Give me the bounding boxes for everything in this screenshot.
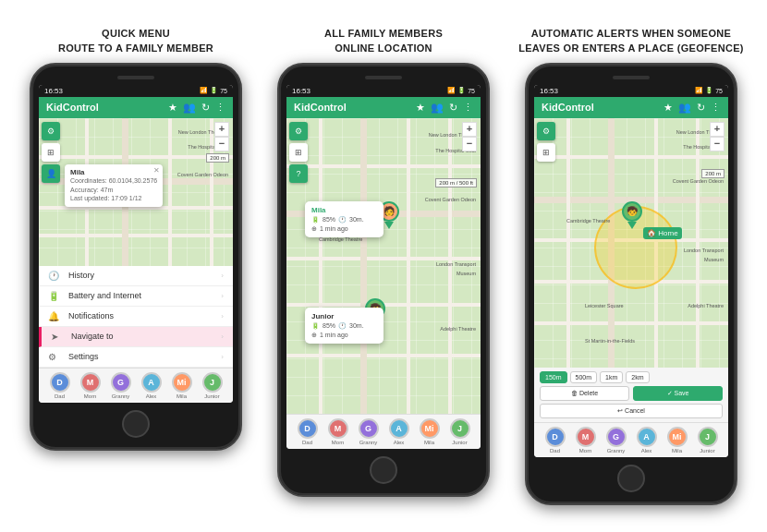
junior-family-popup: Junior 🔋 85% 🕐 30m. ⊕ 1 min ago	[305, 308, 384, 344]
avatar-dad-2[interactable]: D Dad	[298, 418, 318, 445]
navigate-icon: ➤	[51, 332, 64, 342]
avatar-alex-2[interactable]: A Alex	[389, 418, 409, 445]
phone-section-1: QUICK MENU ROUTE TO A FAMILY MEMBER 16:5…	[16, 27, 256, 451]
tool-person-2[interactable]: ?	[289, 164, 308, 183]
zoom-in-3[interactable]: +	[710, 122, 724, 137]
status-bar-3: 16:53 📶 🔋 75	[534, 85, 728, 97]
dist-150m[interactable]: 150m	[540, 371, 567, 383]
map-scale-3: 200 m	[701, 169, 724, 178]
menu-item-navigate[interactable]: ➤ Navigate to ›	[39, 327, 233, 347]
map-sidebar-1: ⚙ ⊞ 👤	[42, 122, 60, 183]
map-area-2: New London Theatre The Hospital Club Cov…	[286, 118, 481, 414]
popup-close[interactable]: ✕	[153, 166, 160, 175]
menu-item-settings[interactable]: ⚙ Settings ›	[39, 347, 233, 368]
person-icon-3: 👥	[678, 102, 691, 114]
zoom-out[interactable]: −	[214, 137, 229, 151]
phone-2-screen: 16:53 📶 🔋 75 KidControl ★ 👥 ↻ ⋮	[286, 85, 481, 449]
caption-2: ALL FAMILY MEMBERS ONLINE LOCATION	[324, 27, 443, 55]
phone-2-speaker	[365, 76, 402, 79]
app-header-1: KidControl ★ 👥 ↻ ⋮	[39, 97, 233, 118]
phone-bottom-2	[286, 456, 481, 484]
geo-delete-button[interactable]: 🗑 Delete	[540, 386, 629, 401]
tool-layers-2[interactable]: ⊞	[289, 143, 308, 162]
phone-bottom-3	[534, 465, 728, 492]
road-v4	[210, 118, 213, 266]
star-icon-3: ★	[664, 102, 673, 114]
avatar-mom-2[interactable]: M Mom	[328, 418, 348, 445]
dad-avatar: D	[50, 372, 70, 393]
status-bar-2: 16:53 📶 🔋 75	[286, 85, 481, 97]
map-zoom-3: + −	[710, 122, 724, 151]
zoom-in[interactable]: +	[214, 122, 229, 137]
menu-item-history[interactable]: 🕐 History ›	[39, 266, 233, 286]
arrow-icon-2: ›	[221, 292, 224, 300]
tool-layers-3[interactable]: ⊞	[537, 143, 555, 162]
check-icon: ✓	[667, 390, 673, 397]
phone-2-speaker-area	[286, 76, 481, 79]
mila-popup: ✕ Mila Coordinates: 60.0104,30.2576 Accu…	[65, 164, 163, 207]
avatar-junior[interactable]: J Junior	[202, 372, 223, 399]
phone-1: 16:53 📶 🔋 75 KidControl ★ 👥 ↻ ⋮	[30, 63, 242, 451]
person-pin-3: 🧒	[622, 201, 642, 229]
junior-avatar: J	[202, 372, 223, 393]
road-h4	[39, 234, 233, 237]
mom-avatar: M	[80, 372, 101, 393]
home-icon: 🏠	[647, 229, 658, 237]
road-h1	[39, 155, 233, 159]
map-zoom-1: + −	[214, 122, 229, 151]
avatar-granny-2[interactable]: G Granny	[359, 418, 379, 445]
dist-2km[interactable]: 2km	[626, 371, 649, 383]
home-button-2[interactable]	[370, 456, 397, 484]
status-icons-1: 📶 🔋 75	[200, 87, 227, 94]
app-title-3: KidControl	[542, 102, 594, 113]
phone-3-speaker-area	[534, 76, 728, 79]
zoom-out-3[interactable]: −	[710, 137, 724, 151]
dist-1km[interactable]: 1km	[600, 371, 623, 383]
refresh-icon-2: ↻	[449, 102, 457, 114]
avatar-alex[interactable]: A Alex	[141, 372, 162, 399]
map-scale-2: 200 m / 500 ft	[435, 178, 477, 187]
person-icon: 👥	[183, 102, 196, 114]
menu-item-notifications[interactable]: 🔔 Notifications ›	[39, 307, 233, 327]
tool-gear-2[interactable]: ⚙	[289, 122, 308, 140]
avatar-junior-2[interactable]: J Junior	[450, 418, 470, 445]
map-area-3: New London Theatre The Hospital Club Cov…	[534, 118, 728, 368]
avatar-dad-3[interactable]: D Dad	[545, 427, 566, 453]
arrow-icon-3: ›	[221, 312, 224, 320]
tool-gear-3[interactable]: ⚙	[537, 122, 555, 140]
avatar-granny-3[interactable]: G Granny	[606, 427, 627, 453]
avatar-granny[interactable]: G Granny	[111, 372, 131, 399]
menu-item-battery[interactable]: 🔋 Battery and Internet ›	[39, 286, 233, 307]
geo-cancel-button[interactable]: ↩ Cancel	[540, 404, 723, 418]
dist-500m[interactable]: 500m	[570, 371, 598, 383]
home-button-1[interactable]	[122, 410, 150, 438]
map-area-1: New London Theatre The Hospital Club Cov…	[39, 118, 233, 266]
avatar-junior-3[interactable]: J Junior	[698, 427, 718, 453]
phone-section-3: AUTOMATIC ALERTS WHEN SOMEONE LEAVES OR …	[511, 27, 751, 505]
home-button-3[interactable]	[617, 465, 645, 492]
more-icon: ⋮	[215, 102, 225, 114]
person-avatar-3: 🧒	[622, 201, 642, 222]
header-icons-3: ★ 👥 ↻ ⋮	[664, 102, 721, 114]
tool-gear[interactable]: ⚙	[42, 122, 60, 140]
zoom-out-2[interactable]: −	[462, 137, 477, 151]
avatar-mom-3[interactable]: M Mom	[576, 427, 596, 453]
bottom-avatars-2: D Dad M Mom G Granny A Alex	[286, 414, 481, 449]
map-sidebar-2: ⚙ ⊞ ?	[289, 122, 308, 183]
zoom-in-2[interactable]: +	[462, 122, 477, 137]
home-marker: 🏠 Home	[643, 227, 682, 239]
tool-layers[interactable]: ⊞	[42, 143, 60, 162]
avatar-mila-3[interactable]: Mi Mila	[667, 427, 688, 453]
geo-save-button[interactable]: ✓ Save	[633, 386, 723, 401]
avatar-alex-3[interactable]: A Alex	[637, 427, 657, 453]
person-pin-triangle-3	[627, 222, 637, 229]
avatar-dad[interactable]: D Dad	[50, 372, 70, 399]
star-icon: ★	[168, 102, 177, 114]
phone-1-screen: 16:53 📶 🔋 75 KidControl ★ 👥 ↻ ⋮	[39, 85, 233, 403]
geo-cancel-row: ↩ Cancel	[540, 404, 723, 418]
avatar-mila-2[interactable]: Mi Mila	[420, 418, 440, 445]
bottom-drawer-1: 🕐 History › 🔋 Battery and Internet › 🔔 N…	[39, 266, 233, 368]
avatar-mom[interactable]: M Mom	[80, 372, 101, 399]
tool-person[interactable]: 👤	[42, 164, 60, 183]
avatar-mila[interactable]: Mi Mila	[172, 372, 192, 399]
